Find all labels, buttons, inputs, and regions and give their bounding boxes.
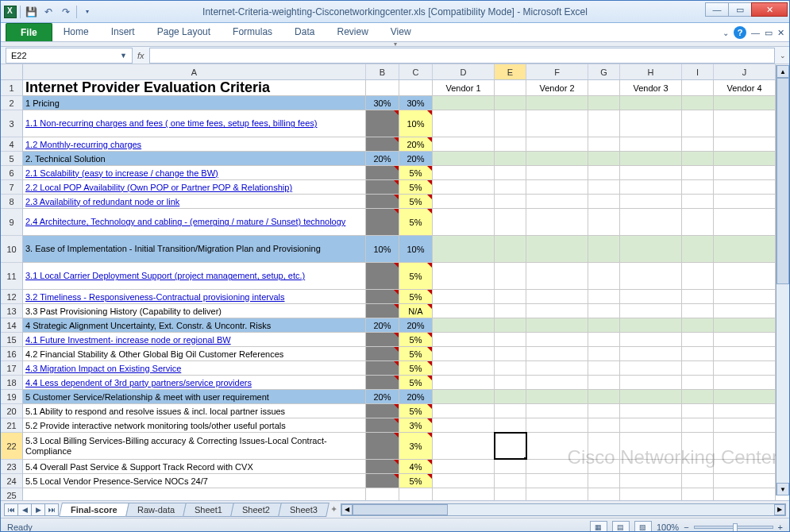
column-header-B[interactable]: B bbox=[366, 64, 399, 79]
cell[interactable] bbox=[620, 460, 682, 473]
cell[interactable] bbox=[495, 195, 526, 208]
cell[interactable] bbox=[588, 488, 620, 500]
help-icon[interactable]: ? bbox=[734, 26, 746, 39]
cell[interactable] bbox=[433, 110, 495, 137]
row-header[interactable]: 14 bbox=[1, 318, 22, 333]
cell[interactable] bbox=[620, 263, 682, 289]
row-header[interactable]: 23 bbox=[1, 460, 22, 474]
fx-icon[interactable]: fx bbox=[137, 51, 145, 60]
cell[interactable] bbox=[682, 390, 714, 403]
cell[interactable] bbox=[433, 209, 495, 235]
cell[interactable]: 5% bbox=[399, 347, 433, 360]
cell[interactable] bbox=[620, 304, 682, 318]
cell[interactable] bbox=[366, 110, 399, 137]
zoom-slider[interactable] bbox=[694, 526, 773, 529]
cell[interactable] bbox=[366, 474, 399, 488]
row-header[interactable]: 22 bbox=[1, 433, 22, 460]
cell[interactable] bbox=[588, 418, 620, 432]
sheet-tab[interactable]: Raw-data bbox=[125, 503, 187, 517]
cell[interactable]: Vendor 3 bbox=[620, 80, 682, 95]
vscroll-thumb[interactable] bbox=[777, 78, 789, 284]
cell[interactable] bbox=[682, 460, 714, 473]
cell[interactable] bbox=[526, 263, 588, 289]
cell[interactable] bbox=[714, 209, 776, 235]
cell[interactable]: 5.1 Ability to respond and resolve issue… bbox=[23, 404, 366, 418]
cell[interactable] bbox=[433, 137, 495, 151]
row-header[interactable]: 24 bbox=[1, 474, 22, 488]
cell[interactable]: 2.1 Scalability (easy to increase / chan… bbox=[23, 166, 366, 179]
cell[interactable] bbox=[714, 304, 776, 318]
cell[interactable] bbox=[682, 96, 714, 110]
cell[interactable] bbox=[495, 263, 526, 289]
cell[interactable] bbox=[433, 166, 495, 179]
cell[interactable]: 5% bbox=[399, 166, 433, 179]
cell[interactable] bbox=[526, 152, 588, 165]
cell[interactable]: 20% bbox=[399, 137, 433, 151]
cell[interactable] bbox=[433, 460, 495, 473]
cell[interactable] bbox=[682, 180, 714, 194]
tab-nav-first-icon[interactable]: ⏮ bbox=[4, 503, 18, 516]
cell[interactable] bbox=[433, 152, 495, 165]
cell[interactable]: 5.2 Provide interactive network monitori… bbox=[23, 418, 366, 432]
cell[interactable] bbox=[366, 137, 399, 151]
cell[interactable] bbox=[714, 263, 776, 289]
row-header[interactable]: 3 bbox=[1, 110, 22, 137]
cell[interactable]: Vendor 1 bbox=[433, 80, 495, 95]
cell[interactable] bbox=[495, 474, 526, 488]
cell[interactable] bbox=[495, 180, 526, 194]
cell[interactable] bbox=[495, 110, 526, 137]
column-header-G[interactable]: G bbox=[588, 64, 620, 79]
cell[interactable] bbox=[433, 376, 495, 389]
cell[interactable]: 5% bbox=[399, 263, 433, 289]
cell[interactable] bbox=[433, 96, 495, 110]
workbook-minimize-icon[interactable]: — bbox=[751, 28, 760, 37]
cell[interactable] bbox=[588, 333, 620, 346]
cell[interactable]: 3% bbox=[399, 418, 433, 432]
cell[interactable] bbox=[495, 137, 526, 151]
cell[interactable] bbox=[588, 166, 620, 179]
tab-page-layout[interactable]: Page Layout bbox=[146, 23, 222, 41]
cell[interactable] bbox=[495, 460, 526, 473]
cell[interactable] bbox=[714, 180, 776, 194]
cell[interactable]: 3. Ease of Implementation - Initial Tran… bbox=[23, 236, 366, 262]
cell[interactable] bbox=[526, 304, 588, 318]
cell[interactable] bbox=[714, 96, 776, 110]
cell[interactable]: Vendor 2 bbox=[526, 80, 588, 95]
tab-home[interactable]: Home bbox=[52, 23, 100, 41]
cell[interactable] bbox=[620, 418, 682, 432]
cell[interactable] bbox=[495, 80, 526, 95]
cell[interactable] bbox=[366, 80, 399, 95]
cell[interactable] bbox=[620, 110, 682, 137]
cell[interactable] bbox=[714, 347, 776, 360]
view-normal-icon[interactable]: ▦ bbox=[590, 521, 607, 533]
cell[interactable]: 2.4 Architecture, Technology and cabling… bbox=[23, 209, 366, 235]
cell[interactable] bbox=[526, 110, 588, 137]
cell[interactable]: 3% bbox=[399, 433, 433, 459]
cell[interactable]: 3.3 Past Provisioning History (Capabilit… bbox=[23, 304, 366, 318]
cell[interactable] bbox=[588, 96, 620, 110]
row-header[interactable]: 2 bbox=[1, 96, 22, 110]
cell[interactable]: 5% bbox=[399, 290, 433, 303]
horizontal-scrollbar[interactable]: ◀ ▶ bbox=[341, 503, 786, 516]
cell[interactable]: 5% bbox=[399, 333, 433, 346]
cell[interactable] bbox=[526, 290, 588, 303]
cell[interactable] bbox=[682, 433, 714, 459]
column-header-I[interactable]: I bbox=[682, 64, 714, 79]
cell[interactable] bbox=[682, 195, 714, 208]
cell[interactable] bbox=[682, 333, 714, 346]
cell[interactable]: 1.2 Monthly-recurring charges bbox=[23, 137, 366, 151]
row-header[interactable]: 16 bbox=[1, 347, 22, 361]
cell[interactable] bbox=[495, 318, 526, 332]
cell[interactable]: 4 Strategic Alignment Uncertainty, Ext. … bbox=[23, 318, 366, 332]
cell[interactable] bbox=[588, 361, 620, 375]
cell[interactable] bbox=[620, 488, 682, 500]
cell[interactable]: 5% bbox=[399, 361, 433, 375]
cell[interactable] bbox=[433, 263, 495, 289]
row-header[interactable]: 19 bbox=[1, 390, 22, 404]
cell[interactable] bbox=[620, 474, 682, 488]
cell[interactable] bbox=[588, 474, 620, 488]
cell[interactable] bbox=[682, 361, 714, 375]
cell[interactable] bbox=[620, 137, 682, 151]
row-header[interactable]: 15 bbox=[1, 333, 22, 347]
cell[interactable]: 3.1 Local Carrier Deployment Support (pr… bbox=[23, 263, 366, 289]
